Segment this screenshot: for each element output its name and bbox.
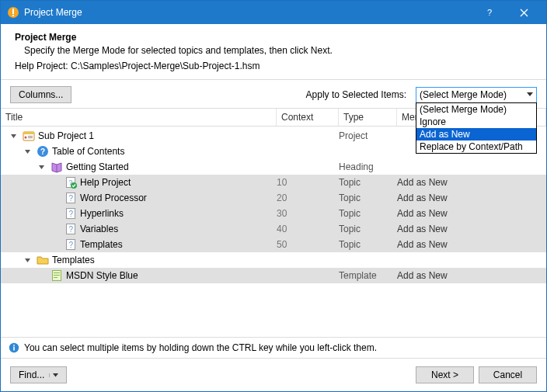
svg-rect-7 (28, 136, 33, 137)
svg-rect-1 (12, 9, 14, 14)
combo-value: (Select Merge Mode) (420, 89, 507, 100)
row-context: 50 (277, 239, 339, 250)
svg-rect-2 (12, 15, 14, 16)
row-title: MSDN Style Blue (66, 270, 138, 281)
svg-rect-27 (13, 347, 15, 351)
row-type: Topic (339, 239, 397, 250)
toc-icon: ? (37, 145, 49, 158)
cancel-button[interactable]: Cancel (479, 366, 537, 383)
row-title: Templates (52, 255, 95, 265)
row-merge-mode: Add as New (397, 239, 546, 250)
row-type: Heading (339, 161, 397, 172)
svg-text:?: ? (69, 210, 74, 218)
svg-rect-8 (28, 137, 33, 138)
topic-icon: ? (64, 192, 77, 204)
tree-row[interactable]: ?Variables40TopicAdd as New (1, 221, 546, 237)
expand-toggle[interactable] (38, 164, 49, 171)
merge-mode-dropdown[interactable]: (Select Merge Mode)IgnoreAdd as NewRepla… (416, 102, 537, 154)
svg-rect-23 (54, 272, 60, 273)
row-merge-mode: Add as New (397, 270, 546, 281)
svg-text:?: ? (69, 225, 74, 234)
row-context: 30 (277, 208, 339, 219)
expand-toggle[interactable] (24, 257, 35, 264)
svg-text:?: ? (69, 194, 74, 203)
col-header-context[interactable]: Context (277, 109, 339, 126)
row-title: Sub Project 1 (38, 130, 94, 141)
topic-icon: ? (64, 223, 77, 235)
row-title: Help Project (80, 177, 131, 188)
toolbar: Columns... Apply to Selected Items: (Sel… (1, 80, 546, 108)
svg-text:?: ? (69, 241, 74, 249)
col-header-type[interactable]: Type (339, 109, 397, 126)
svg-rect-28 (13, 345, 15, 346)
tree-row[interactable]: Templates (1, 252, 546, 268)
tree-row[interactable]: ?Hyperlinks30TopicAdd as New (1, 206, 546, 221)
page-title: Project Merge (15, 32, 532, 43)
hint-bar: You can select multiple items by holding… (1, 337, 546, 358)
row-type: Template (339, 270, 397, 281)
topic-icon: ? (64, 238, 77, 251)
row-title: Word Processor (80, 193, 147, 203)
help-project-path: Help Project: C:\Samples\Project-Merge\S… (15, 61, 532, 71)
info-icon (9, 342, 19, 353)
tree-row[interactable]: ?Templates50TopicAdd as New (1, 237, 546, 252)
topic-icon: ? (64, 207, 77, 220)
row-context: 20 (277, 193, 339, 203)
row-type: Topic (339, 208, 397, 219)
expand-toggle[interactable] (10, 133, 21, 140)
title-bar: Project Merge ? (1, 1, 546, 24)
topic-check-icon: ? (64, 176, 77, 189)
template-icon (51, 269, 63, 282)
col-header-title[interactable]: Title (1, 109, 277, 126)
row-merge-mode: Add as New (397, 208, 546, 219)
tree-row[interactable]: Getting StartedHeading (1, 159, 546, 175)
folder-icon (37, 254, 49, 266)
tree-grid[interactable]: Sub Project 1Project?Table of ContentsGe… (1, 127, 546, 337)
path-value: C:\Samples\Project-Merge\Sub-Project-1.h… (71, 61, 260, 71)
tree-row[interactable]: ?Word Processor20TopicAdd as New (1, 190, 546, 206)
columns-button[interactable]: Columns... (10, 86, 71, 103)
book-icon (51, 161, 63, 173)
row-merge-mode: Add as New (397, 224, 546, 234)
merge-mode-option[interactable]: (Select Merge Mode) (416, 103, 536, 116)
merge-mode-combo[interactable]: (Select Merge Mode) (416, 87, 537, 103)
merge-mode-option[interactable]: Replace by Context/Path (416, 140, 536, 153)
row-type: Project (339, 130, 397, 141)
row-merge-mode: Add as New (397, 177, 546, 188)
help-button[interactable]: ? (472, 1, 507, 24)
svg-point-6 (25, 137, 27, 139)
page-subtitle: Specify the Merge Mode for selected topi… (24, 45, 532, 56)
app-icon (7, 6, 19, 19)
tree-row[interactable]: MSDN Style BlueTemplateAdd as New (1, 268, 546, 283)
window-title: Project Merge (24, 7, 472, 18)
row-type: Topic (339, 224, 397, 234)
svg-text:?: ? (487, 8, 492, 17)
merge-mode-option[interactable]: Add as New (416, 128, 536, 140)
next-button[interactable]: Next > (416, 366, 474, 383)
row-title: Table of Contents (52, 146, 124, 157)
find-label: Find... (19, 369, 44, 380)
header-section: Project Merge Specify the Merge Mode for… (1, 24, 546, 76)
row-context: 40 (277, 224, 339, 234)
hint-text: You can select multiple items by holding… (24, 342, 377, 353)
row-title: Templates (80, 239, 123, 250)
row-type: Topic (339, 193, 397, 203)
chevron-down-icon (527, 92, 533, 97)
expand-toggle[interactable] (24, 148, 35, 155)
project-icon (23, 130, 35, 142)
row-merge-mode: Add as New (397, 193, 546, 203)
dialog-window: Project Merge ? Project Merge Specify th… (0, 0, 547, 392)
tree-row[interactable]: ?Help Project10TopicAdd as New (1, 175, 546, 190)
row-title: Hyperlinks (80, 208, 124, 219)
chevron-down-icon[interactable] (49, 373, 58, 377)
row-type: Topic (339, 177, 397, 188)
close-button[interactable] (507, 1, 542, 24)
row-title: Variables (80, 224, 118, 234)
merge-mode-option[interactable]: Ignore (416, 116, 536, 128)
footer: Find... Next > Cancel (1, 358, 546, 391)
row-context: 10 (277, 177, 339, 188)
svg-rect-24 (54, 275, 60, 276)
svg-text:?: ? (40, 147, 45, 156)
path-label: Help Project: (15, 61, 68, 71)
find-button[interactable]: Find... (10, 366, 67, 383)
